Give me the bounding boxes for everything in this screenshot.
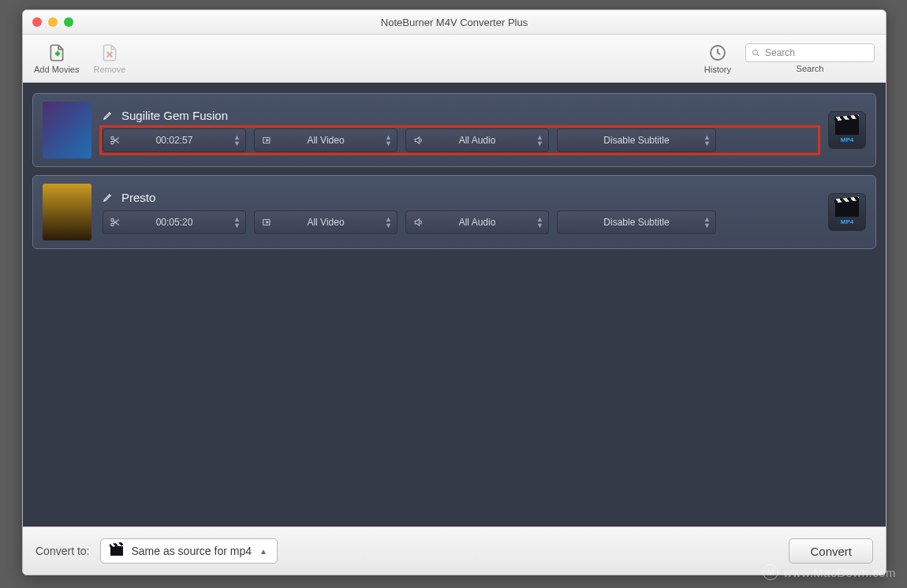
stepper-icon: ▲▼: [536, 216, 543, 229]
preset-value: Same as source for mp4: [131, 545, 252, 557]
scissors-icon: [110, 135, 121, 146]
stepper-icon: ▲▼: [704, 216, 711, 229]
clapper-icon: [110, 546, 123, 556]
search-placeholder: Search: [765, 47, 795, 58]
stepper-icon: ▲▼: [704, 134, 711, 147]
movie-list: Sugilite Gem Fusion 00:02:57 ▲▼: [23, 83, 886, 527]
remove-button[interactable]: Remove: [93, 43, 125, 74]
watermark: M www.MacDown.com: [763, 564, 896, 580]
stepper-icon: ▲▼: [385, 216, 392, 229]
duration-value: 00:02:57: [156, 135, 193, 146]
stepper-icon: ▲▼: [536, 134, 543, 147]
video-value: All Video: [307, 217, 344, 228]
search-icon: [751, 48, 760, 58]
duration-selector[interactable]: 00:05:20 ▲▼: [103, 210, 246, 234]
subtitle-selector[interactable]: Disable Subtitle ▲▼: [557, 210, 716, 234]
video-selector[interactable]: All Video ▲▼: [254, 210, 398, 234]
movie-title-line: Presto: [103, 191, 817, 204]
row-controls: 00:05:20 ▲▼ All Video ▲▼: [103, 210, 817, 234]
speaker-icon: [412, 135, 425, 146]
duration-selector[interactable]: 00:02:57 ▲▼: [103, 128, 246, 152]
history-label: History: [704, 65, 731, 74]
file-remove-icon: [99, 43, 121, 63]
video-icon: [261, 135, 274, 146]
bottom-bar: Convert to: Same as source for mp4 ▲ Con…: [23, 527, 886, 575]
duration-value: 00:05:20: [156, 217, 193, 228]
movie-row[interactable]: Sugilite Gem Fusion 00:02:57 ▲▼: [32, 93, 876, 167]
pencil-icon[interactable]: [103, 110, 114, 121]
svg-point-1: [753, 50, 758, 55]
audio-value: All Audio: [459, 135, 496, 146]
clapper-icon: [835, 117, 859, 135]
movie-thumbnail: [43, 184, 91, 240]
pencil-icon[interactable]: [103, 192, 114, 203]
subtitle-value: Disable Subtitle: [603, 217, 669, 228]
movie-title: Presto: [121, 191, 155, 204]
convert-button[interactable]: Convert: [789, 538, 873, 564]
window-title: NoteBurner M4V Converter Plus: [381, 17, 528, 28]
minimize-icon[interactable]: [48, 17, 58, 27]
format-badge[interactable]: MP4: [828, 193, 866, 231]
stepper-icon: ▲▼: [233, 216, 241, 229]
subtitle-value: Disable Subtitle: [603, 135, 669, 146]
preset-selector[interactable]: Same as source for mp4 ▲: [100, 538, 277, 564]
video-icon: [261, 217, 274, 228]
row-controls-highlighted: 00:02:57 ▲▼ All Video ▲▼: [103, 128, 817, 152]
movie-row[interactable]: Presto 00:05:20 ▲▼: [32, 175, 876, 249]
search-input[interactable]: Search: [745, 43, 875, 62]
app-window: NoteBurner M4V Converter Plus Add Movies: [22, 9, 886, 575]
format-tag: MP4: [841, 218, 853, 225]
window-controls: [32, 17, 73, 27]
movie-title-line: Sugilite Gem Fusion: [103, 109, 817, 122]
watermark-text: www.MacDown.com: [783, 566, 896, 579]
clock-icon: [707, 43, 729, 63]
file-plus-icon: [46, 43, 68, 63]
add-movies-label: Add Movies: [34, 65, 79, 74]
add-movies-button[interactable]: Add Movies: [34, 43, 79, 74]
watermark-logo-icon: M: [763, 564, 778, 580]
toolbar: Add Movies Remove: [23, 35, 886, 83]
remove-label: Remove: [93, 65, 125, 74]
movie-title: Sugilite Gem Fusion: [121, 109, 228, 122]
format-badge[interactable]: MP4: [828, 111, 866, 149]
convert-to-label: Convert to:: [35, 545, 89, 557]
titlebar: NoteBurner M4V Converter Plus: [23, 10, 886, 35]
search-label: Search: [797, 64, 824, 73]
triangle-up-icon: ▲: [259, 547, 267, 556]
scissors-icon: [110, 217, 121, 228]
audio-selector[interactable]: All Audio ▲▼: [405, 128, 549, 152]
search-tool: Search Search: [745, 43, 875, 73]
speaker-icon: [412, 217, 425, 228]
close-icon[interactable]: [32, 17, 42, 27]
history-button[interactable]: History: [704, 43, 731, 74]
zoom-icon[interactable]: [64, 17, 73, 27]
audio-selector[interactable]: All Audio ▲▼: [405, 210, 549, 234]
stepper-icon: ▲▼: [233, 134, 241, 147]
clapper-icon: [835, 199, 859, 217]
video-value: All Video: [307, 135, 344, 146]
audio-value: All Audio: [459, 217, 496, 228]
movie-thumbnail: [43, 102, 91, 158]
format-tag: MP4: [841, 136, 853, 143]
video-selector[interactable]: All Video ▲▼: [254, 128, 398, 152]
subtitle-selector[interactable]: Disable Subtitle ▲▼: [557, 128, 716, 152]
stepper-icon: ▲▼: [385, 134, 392, 147]
